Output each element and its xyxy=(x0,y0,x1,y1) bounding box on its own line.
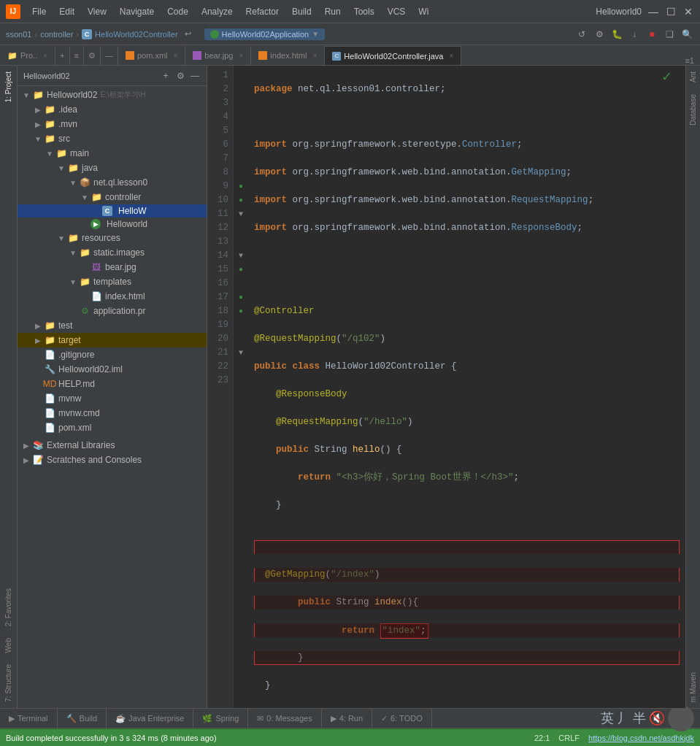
bear-jpg-close[interactable]: × xyxy=(239,52,244,60)
tree-resources[interactable]: ▼ 📁 resources xyxy=(18,231,207,245)
tab-collapse[interactable]: — xyxy=(101,46,118,65)
tree-idea[interactable]: ▶ 📁 .idea xyxy=(18,102,207,117)
tree-gitignore[interactable]: 📄 .gitignore xyxy=(18,347,207,362)
editor-content[interactable]: 12345678 910111213141516 17181920212223 … xyxy=(207,66,685,708)
menu-navigate[interactable]: Navigate xyxy=(114,4,160,20)
menu-code[interactable]: Code xyxy=(161,4,194,20)
menu-wi[interactable]: Wi xyxy=(412,4,434,20)
tab-settings[interactable]: ⚙ xyxy=(84,46,101,65)
left-panel-favorites[interactable]: 2: Favorites xyxy=(4,582,12,632)
menu-tools[interactable]: Tools xyxy=(348,4,380,20)
settings-icon[interactable]: ⚙ xyxy=(174,71,186,81)
emoji-icon-4[interactable]: 🔇 xyxy=(649,710,665,726)
emoji-icon-3[interactable]: 半 xyxy=(633,710,646,727)
menu-view[interactable]: View xyxy=(82,4,112,20)
bottom-tab-java-enterprise[interactable]: ☕ Java Enterprise xyxy=(107,708,193,728)
tree-mvnw[interactable]: 📄 mvnw xyxy=(18,391,207,406)
tree-application-props[interactable]: ⚙ application.pr xyxy=(18,304,207,318)
minimize-button[interactable]: — xyxy=(647,6,659,18)
tree-mvnw-cmd[interactable]: 📄 mvnw.cmd xyxy=(18,406,207,420)
maximize-button[interactable]: ☐ xyxy=(665,6,677,18)
tree-src[interactable]: ▼ 📁 src xyxy=(18,131,207,146)
tree-target-icon: 📁 xyxy=(44,334,55,346)
debug-button[interactable]: 🐛 xyxy=(609,27,624,42)
pom-xml-close[interactable]: × xyxy=(174,52,178,60)
menu-vcs[interactable]: VCS xyxy=(382,4,412,20)
tab-menu[interactable]: ≡ xyxy=(70,46,84,65)
bottom-tab-terminal[interactable]: ▶ Terminal xyxy=(0,708,58,728)
fold-marker-14[interactable]: ▼ xyxy=(239,249,243,263)
fold-marker-20[interactable]: ▼ xyxy=(239,346,243,360)
tree-java[interactable]: ▼ 📁 java xyxy=(18,161,207,175)
tree-scratches[interactable]: ▶ 📝 Scratches and Consoles xyxy=(18,453,207,467)
tab-controller-java[interactable]: C HelloWorld02Controller.java × xyxy=(325,46,461,65)
emoji-icon-2[interactable]: 丿 xyxy=(617,710,630,727)
search-everywhere-button[interactable]: 🔍 xyxy=(680,27,694,42)
controller-java-close[interactable]: × xyxy=(449,52,453,60)
right-panel-database[interactable]: Database xyxy=(689,94,697,126)
tree-test[interactable]: ▶ 📁 test xyxy=(18,318,207,333)
blog-link[interactable]: https://blog.csdn.net/asdhkjdk xyxy=(588,734,694,742)
menu-edit[interactable]: Edit xyxy=(53,4,80,20)
stop-button[interactable]: ■ xyxy=(645,27,659,42)
tree-mvn[interactable]: ▶ 📁 .mvn xyxy=(18,117,207,131)
tree-controller-folder[interactable]: ▼ 📁 controller xyxy=(18,190,207,204)
menu-refactor[interactable]: Refactor xyxy=(240,4,285,20)
bottom-tab-todo[interactable]: ✓ 6: TODO xyxy=(372,708,432,728)
tab-index-html[interactable]: index.html × xyxy=(251,46,325,65)
tree-helloworld-app[interactable]: ▶ Helloworld xyxy=(18,218,207,231)
bottom-tab-messages[interactable]: ✉ 0: Messages xyxy=(248,708,321,728)
project-tab-close[interactable]: × xyxy=(43,52,47,60)
tab-pom-xml[interactable]: pom.xml × xyxy=(118,46,185,65)
tab-add[interactable]: + xyxy=(55,46,69,65)
bottom-tab-spring[interactable]: 🌿 Spring xyxy=(193,708,248,728)
left-panel-project[interactable]: 1: Project xyxy=(4,66,12,108)
bottom-tab-build[interactable]: 🔨 Build xyxy=(58,708,107,728)
refresh-button[interactable]: ↺ xyxy=(574,27,589,42)
menu-analyze[interactable]: Analyze xyxy=(196,4,239,20)
menu-file[interactable]: File xyxy=(26,4,52,20)
nav-back-button[interactable]: ↩ xyxy=(181,27,196,42)
tree-package[interactable]: ▼ 📦 net.ql.lesson0 xyxy=(18,175,207,190)
settings-button[interactable]: ⚙ xyxy=(592,27,607,42)
tree-external-libraries[interactable]: ▶ 📚 External Libraries xyxy=(18,438,207,453)
build-button[interactable]: ↓ xyxy=(627,27,642,42)
right-panel-maven[interactable]: m Maven xyxy=(689,672,697,702)
code-view[interactable]: 12345678 910111213141516 17181920212223 … xyxy=(207,66,685,708)
tree-iml[interactable]: 🔧 Helloworld02.iml xyxy=(18,362,207,377)
line-ending[interactable]: CRLF xyxy=(558,734,580,742)
tree-target[interactable]: ▶ 📁 target xyxy=(18,333,207,347)
menu-build[interactable]: Build xyxy=(286,4,318,20)
left-panel-web[interactable]: Web xyxy=(4,632,12,658)
index-html-close[interactable]: × xyxy=(312,52,317,60)
tree-index-html[interactable]: 📄 index.html xyxy=(18,289,207,304)
sync-icon[interactable]: + xyxy=(160,71,172,81)
breadcrumb-controller[interactable]: controller xyxy=(40,30,73,39)
breadcrumb-project[interactable]: sson01 xyxy=(6,30,31,39)
tree-root[interactable]: ▼ 📁 Helloworld02 E:\框架学习\H xyxy=(18,88,207,102)
tree-pom-xml[interactable]: 📄 pom.xml xyxy=(18,420,207,435)
tree-bear-jpg[interactable]: 🖼 bear.jpg xyxy=(18,260,207,274)
right-panel-ant[interactable]: Ant xyxy=(689,72,697,82)
close-button[interactable]: ✕ xyxy=(682,6,694,18)
tab-bear-jpg[interactable]: bear.jpg × xyxy=(185,46,251,65)
profile-button[interactable]: ❏ xyxy=(662,27,677,42)
bottom-tab-run[interactable]: ▶ 4: Run xyxy=(322,708,372,728)
menu-run[interactable]: Run xyxy=(319,4,347,20)
user-avatar[interactable] xyxy=(668,705,694,731)
tree-static-images[interactable]: ▼ 📁 static.images xyxy=(18,245,207,260)
cursor-position[interactable]: 22:1 xyxy=(534,734,550,742)
emoji-icon-1[interactable]: 英 xyxy=(601,710,614,727)
tree-help-md[interactable]: MD HELP.md xyxy=(18,377,207,391)
tab-overflow[interactable]: ≡1 xyxy=(679,56,700,65)
collapse-icon[interactable]: — xyxy=(189,71,201,81)
run-config-selector[interactable]: HelloWorld02Application ▼ xyxy=(204,28,326,40)
left-panel-structure[interactable]: 7: Structure xyxy=(4,658,12,708)
tab-project[interactable]: 📁 Pro.. × xyxy=(0,46,55,65)
breadcrumb-current[interactable]: HelloWorld02Controller xyxy=(95,30,178,39)
code-content[interactable]: package net.ql.lesson01.controller; impo… xyxy=(248,66,685,708)
tree-templates[interactable]: ▼ 📁 templates xyxy=(18,274,207,289)
tree-main[interactable]: ▼ 📁 main xyxy=(18,146,207,161)
tree-helloworld-controller[interactable]: C HelloW xyxy=(18,204,207,218)
fold-marker-11[interactable]: ▼ xyxy=(239,207,243,221)
